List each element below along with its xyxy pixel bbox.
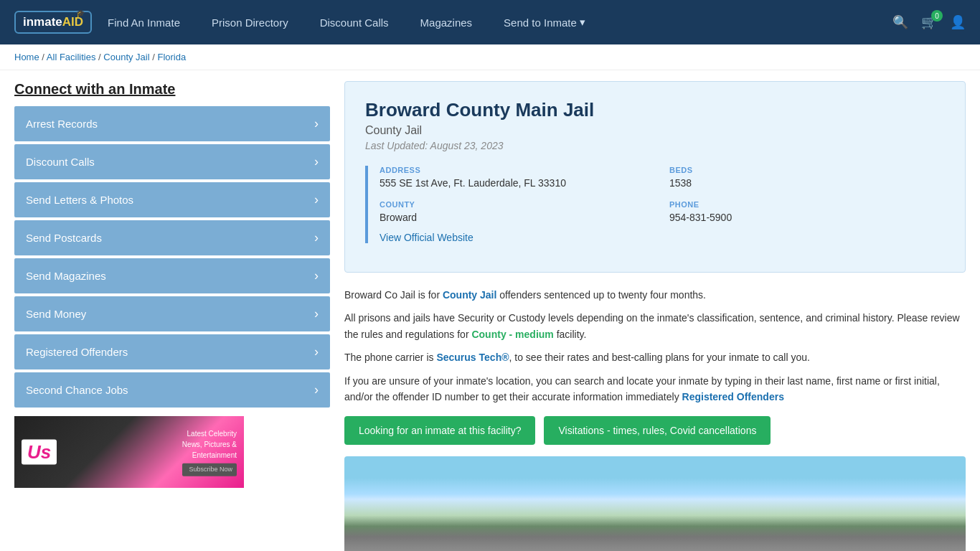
- sidebar-item-registered-offenders[interactable]: Registered Offenders ›: [14, 334, 330, 369]
- facility-type: County Jail: [365, 124, 945, 137]
- breadcrumb-all-facilities[interactable]: All Facilities: [47, 52, 96, 62]
- search-icon[interactable]: 🔍: [892, 14, 908, 30]
- ad-line3: Entertainment: [182, 450, 237, 461]
- breadcrumb: Home / All Facilities / County Jail / Fl…: [14, 52, 966, 62]
- sidebar-arrow-4: ›: [314, 268, 319, 283]
- sidebar-item-second-chance-jobs[interactable]: Second Chance Jobs ›: [14, 372, 330, 408]
- sidebar-item-send-magazines[interactable]: Send Magazines ›: [14, 258, 330, 293]
- logo-hat-icon: 🎓: [76, 9, 85, 17]
- sidebar-menu: Arrest Records › Discount Calls › Send L…: [14, 106, 330, 408]
- nav-right: 🔍 🛒 0 👤: [892, 14, 966, 30]
- facility-name: Broward County Main Jail: [365, 99, 945, 121]
- ad-subscribe[interactable]: Subscribe Now: [182, 463, 237, 476]
- sidebar-ad[interactable]: Us Latest Celebrity News, Pictures & Ent…: [14, 416, 244, 488]
- logo-inmate-text: inmate: [23, 15, 62, 29]
- ad-us-logo: Us: [22, 440, 57, 465]
- sidebar-item-discount-calls[interactable]: Discount Calls ›: [14, 144, 330, 179]
- site-logo[interactable]: inmate AID 🎓: [14, 11, 92, 34]
- sidebar-item-send-postcards[interactable]: Send Postcards ›: [14, 220, 330, 255]
- ad-line1: Latest Celebrity: [182, 428, 237, 439]
- county-jail-link-1[interactable]: County Jail: [443, 289, 496, 301]
- nav-links: Find An Inmate Prison Directory Discount…: [92, 0, 892, 44]
- facility-description: Broward Co Jail is for County Jail offen…: [344, 287, 966, 405]
- sidebar-arrow-5: ›: [314, 306, 319, 321]
- sidebar: Connect with an Inmate Arrest Records › …: [14, 81, 330, 551]
- address-label: ADDRESS: [380, 166, 655, 174]
- send-dropdown-arrow: ▾: [580, 16, 585, 29]
- beds-label: BEDS: [669, 166, 945, 174]
- phone-value: 954-831-5900: [669, 212, 945, 223]
- logo-aid-text: AID 🎓: [62, 15, 83, 29]
- desc-para-2: All prisons and jails have Security or C…: [344, 310, 966, 342]
- nav-magazines[interactable]: Magazines: [405, 0, 489, 44]
- ad-line2: News, Pictures &: [182, 439, 237, 450]
- desc-para-4: If you are unsure of your inmate's locat…: [344, 373, 966, 405]
- action-buttons: Looking for an inmate at this facility? …: [344, 416, 966, 445]
- nav-prison-directory[interactable]: Prison Directory: [196, 0, 304, 44]
- view-website-link[interactable]: View Official Website: [380, 232, 473, 243]
- sidebar-arrow-7: ›: [314, 382, 319, 397]
- content-area: Broward County Main Jail County Jail Las…: [344, 81, 966, 551]
- county-value: Broward: [380, 212, 655, 223]
- sidebar-item-send-letters[interactable]: Send Letters & Photos ›: [14, 182, 330, 217]
- breadcrumb-home[interactable]: Home: [14, 52, 39, 62]
- nav-send-to-inmate[interactable]: Send to Inmate ▾: [488, 0, 601, 44]
- breadcrumb-bar: Home / All Facilities / County Jail / Fl…: [0, 44, 980, 70]
- address-value: 555 SE 1st Ave, Ft. Lauderdale, FL 33310: [380, 177, 655, 189]
- cart-badge: 0: [931, 10, 943, 22]
- detail-county: COUNTY Broward: [380, 200, 655, 223]
- sidebar-item-arrest-records[interactable]: Arrest Records ›: [14, 106, 330, 141]
- details-grid: ADDRESS 555 SE 1st Ave, Ft. Lauderdale, …: [380, 166, 945, 223]
- sidebar-arrow-3: ›: [314, 230, 319, 245]
- nav-find-inmate[interactable]: Find An Inmate: [92, 0, 196, 44]
- visitations-button[interactable]: Visitations - times, rules, Covid cancel…: [544, 416, 771, 445]
- main-container: Connect with an Inmate Arrest Records › …: [0, 70, 980, 551]
- securus-tech-link[interactable]: Securus Tech®: [436, 352, 509, 363]
- desc-para-1: Broward Co Jail is for County Jail offen…: [344, 287, 966, 303]
- user-icon[interactable]: 👤: [950, 14, 966, 30]
- facility-photo: [344, 456, 966, 551]
- sidebar-arrow-0: ›: [314, 116, 319, 131]
- find-inmate-button[interactable]: Looking for an inmate at this facility?: [344, 416, 535, 445]
- sidebar-title: Connect with an Inmate: [14, 81, 330, 98]
- nav-discount-calls[interactable]: Discount Calls: [304, 0, 405, 44]
- sidebar-arrow-6: ›: [314, 344, 319, 359]
- cart-icon[interactable]: 🛒 0: [921, 14, 937, 30]
- beds-value: 1538: [669, 177, 945, 189]
- facility-last-updated: Last Updated: August 23, 2023: [365, 140, 945, 151]
- facility-details: ADDRESS 555 SE 1st Ave, Ft. Lauderdale, …: [365, 166, 945, 243]
- county-label: COUNTY: [380, 200, 655, 209]
- phone-label: PHONE: [669, 200, 945, 209]
- navbar: inmate AID 🎓 Find An Inmate Prison Direc…: [0, 0, 980, 44]
- desc-para-3: The phone carrier is Securus Tech®, to s…: [344, 349, 966, 365]
- breadcrumb-county-jail[interactable]: County Jail: [103, 52, 149, 62]
- detail-phone: PHONE 954-831-5900: [669, 200, 945, 223]
- sidebar-arrow-2: ›: [314, 192, 319, 207]
- facility-card: Broward County Main Jail County Jail Las…: [344, 81, 966, 273]
- county-medium-link[interactable]: County - medium: [471, 329, 553, 340]
- detail-beds: BEDS 1538: [669, 166, 945, 189]
- facility-image: [344, 456, 966, 551]
- registered-offenders-link[interactable]: Registered Offenders: [682, 391, 784, 402]
- breadcrumb-state[interactable]: Florida: [157, 52, 186, 62]
- sidebar-item-send-money[interactable]: Send Money ›: [14, 296, 330, 331]
- sidebar-arrow-1: ›: [314, 154, 319, 169]
- detail-address: ADDRESS 555 SE 1st Ave, Ft. Lauderdale, …: [380, 166, 655, 189]
